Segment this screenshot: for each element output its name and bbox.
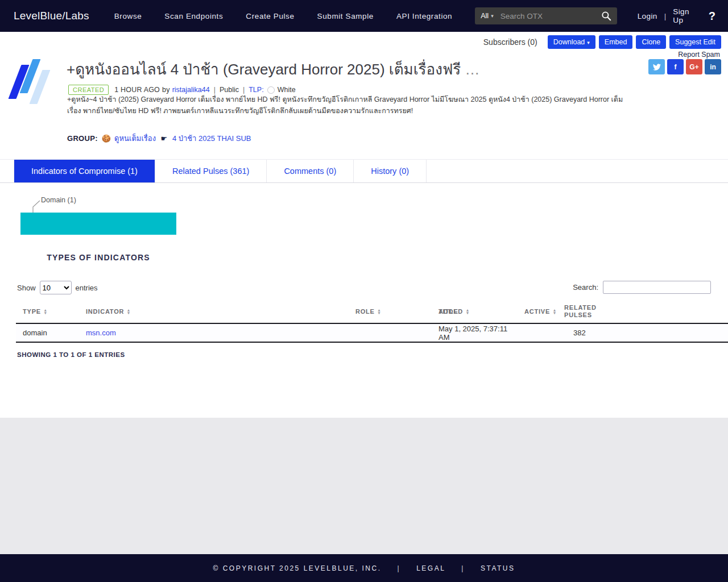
cookie-emoji-icon: 🍪 <box>102 134 111 143</box>
meta-divider: | <box>214 86 216 94</box>
tab-comments[interactable]: Comments (0) <box>267 160 354 182</box>
tab-indicators-of-compromise[interactable]: Indicators of Compromise (1) <box>14 160 155 182</box>
domain-bar[interactable] <box>20 213 176 235</box>
linkedin-share-button[interactable]: in <box>705 59 721 74</box>
chart-bar-label: Domain (1) <box>41 196 76 204</box>
created-badge: CREATED <box>68 85 109 95</box>
ioc-table-header: TYPE ▴▾ INDICATOR ▴▾ ROLE ▴▾ TITLE ADDED <box>16 300 728 324</box>
nav-api-integration[interactable]: API Integration <box>396 12 452 20</box>
column-header-related-pulses: RELATED PULSES <box>557 304 592 319</box>
search-scope-dropdown[interactable]: All ▾ <box>481 12 493 20</box>
nav-submit-sample[interactable]: Submit Sample <box>317 12 374 20</box>
cell-indicator: msn.com <box>79 329 349 337</box>
table-row[interactable]: domain msn.com May 1, 2025, 7:37:11 AM 3… <box>16 324 728 343</box>
pointing-hand-icon: ☛ <box>161 134 168 143</box>
otx-search-box: All ▾ <box>475 7 617 24</box>
column-header-indicator[interactable]: INDICATOR ▴▾ <box>79 308 349 315</box>
column-header-added[interactable]: TITLE ADDED ▴▾ <box>432 308 518 315</box>
status-link[interactable]: STATUS <box>481 564 515 572</box>
top-nav: Browse Scan Endpoints Create Pulse Submi… <box>114 12 475 20</box>
sort-icon[interactable]: ▴▾ <box>466 309 469 314</box>
help-icon[interactable]: ? <box>709 10 715 23</box>
chart-title: TYPES OF INDICATORS <box>20 253 176 262</box>
meta-divider: | <box>243 86 245 94</box>
social-share-row: f G+ in <box>646 59 721 74</box>
subscribers-count: Subscribers (0) <box>483 38 537 47</box>
otx-pulse-page: LevelBlue/Labs Browse Scan Endpoints Cre… <box>0 0 728 582</box>
facebook-share-button[interactable]: f <box>667 59 684 74</box>
copyright-text: © COPYRIGHT 2025 LEVELBLUE, INC. <box>213 564 381 572</box>
page-footer: © COPYRIGHT 2025 LEVELBLUE, INC. | LEGAL… <box>0 554 728 582</box>
nav-create-pulse[interactable]: Create Pulse <box>246 12 294 20</box>
nav-scan-endpoints[interactable]: Scan Endpoints <box>164 12 223 20</box>
group-link[interactable]: ดูหนเต็มเรื่อง ☛ 4 ป่าช้า 2025 THAI SUB <box>114 132 251 144</box>
auth-divider: | <box>664 12 667 20</box>
twitter-share-button[interactable] <box>648 59 665 74</box>
group-label: GROUP: <box>67 134 98 143</box>
ioc-table: TYPE ▴▾ INDICATOR ▴▾ ROLE ▴▾ TITLE ADDED <box>16 300 728 343</box>
download-label: Download <box>553 38 585 46</box>
pulse-actions-row: Subscribers (0) Download▾ Embed Clone Su… <box>483 35 721 49</box>
author-link[interactable]: ristajalika44 <box>172 86 210 94</box>
indicator-link[interactable]: msn.com <box>86 329 116 337</box>
tlp-label: TLP: <box>249 86 263 94</box>
twitter-bird-icon <box>653 63 661 71</box>
search-input[interactable] <box>500 12 601 20</box>
report-spam-link[interactable]: Report Spam <box>678 51 720 59</box>
sort-icon[interactable]: ▴▾ <box>553 309 556 314</box>
chevron-down-icon: ▾ <box>587 40 590 45</box>
column-header-role[interactable]: ROLE ▴▾ <box>349 308 432 315</box>
cell-type: domain <box>16 329 79 337</box>
download-button[interactable]: Download▾ <box>548 35 595 49</box>
embed-button[interactable]: Embed <box>599 35 633 49</box>
login-link[interactable]: Login <box>638 12 657 20</box>
pulse-tabbar: Indicators of Compromise (1) Related Pul… <box>0 159 728 183</box>
cell-added: May 1, 2025, 7:37:11 AM <box>432 325 518 342</box>
show-label: Show <box>17 284 36 292</box>
pulse-title: +ดูหนังออนไลน์ 4 ป่าช้า (Graveyard Horro… <box>67 57 641 81</box>
column-header-type[interactable]: TYPE ▴▾ <box>16 308 79 315</box>
column-header-active[interactable]: ACTIVE ▴▾ <box>518 308 557 315</box>
group-link-text: ดูหนเต็มเรื่อง <box>114 134 156 143</box>
footer-divider: | <box>398 564 401 572</box>
visibility-label: Public <box>220 86 239 94</box>
table-search-control: Search: <box>573 281 711 294</box>
group-link-rest: 4 ป่าช้า 2025 THAI SUB <box>172 134 251 143</box>
table-search-input[interactable] <box>603 281 711 294</box>
title-ellipsis: … <box>465 61 480 78</box>
google-plus-share-button[interactable]: G+ <box>686 59 702 74</box>
sort-icon[interactable]: ▴▾ <box>127 309 130 314</box>
chart-leader-line <box>30 198 42 214</box>
role-header-label: ROLE <box>355 308 375 315</box>
suggest-edit-button[interactable]: Suggest Edit <box>669 35 721 49</box>
entries-label: entries <box>76 284 98 292</box>
footer-divider: | <box>461 564 465 572</box>
pulse-meta-row: CREATED 1 HOUR AGO by ristajalika44 | Pu… <box>68 85 296 95</box>
by-label: by <box>162 86 170 94</box>
top-navigation-bar: LevelBlue/Labs Browse Scan Endpoints Cre… <box>0 0 728 32</box>
pulse-title-text: +ดูหนังออนไลน์ 4 ป่าช้า (Graveyard Horro… <box>67 61 461 78</box>
pulse-group-row: GROUP: 🍪 ดูหนเต็มเรื่อง ☛ 4 ป่าช้า 2025 … <box>67 132 251 144</box>
signup-link[interactable]: Sign Up <box>673 7 689 24</box>
type-header-label: TYPE <box>23 308 41 315</box>
title-header-label: TITLE <box>439 308 458 315</box>
table-summary: SHOWING 1 TO 1 OF 1 ENTRIES <box>17 351 125 358</box>
clone-button[interactable]: Clone <box>636 35 666 49</box>
sort-icon[interactable]: ▴▾ <box>44 309 47 314</box>
nav-browse[interactable]: Browse <box>114 12 142 20</box>
created-time: 1 HOUR AGO <box>114 86 160 94</box>
pulse-content: Subscribers (0) Download▾ Embed Clone Su… <box>0 32 728 418</box>
legal-link[interactable]: LEGAL <box>416 564 445 572</box>
tab-related-pulses[interactable]: Related Pulses (361) <box>155 160 267 182</box>
levelblue-labs-logo[interactable]: LevelBlue/Labs <box>14 10 89 22</box>
sort-icon[interactable]: ▴▾ <box>378 309 380 314</box>
linkedin-icon: in <box>710 63 716 71</box>
page-size-select[interactable]: 10 <box>40 281 72 294</box>
auth-links: Login | Sign Up <box>638 7 689 24</box>
facebook-f-icon: f <box>675 63 677 71</box>
overlapping-header-labels: TITLE ADDED <box>439 308 463 315</box>
active-header-label: ACTIVE <box>524 308 550 315</box>
tab-history[interactable]: History (0) <box>354 160 427 182</box>
search-icon[interactable] <box>601 11 611 21</box>
cell-related-pulses: 382 <box>557 329 728 337</box>
